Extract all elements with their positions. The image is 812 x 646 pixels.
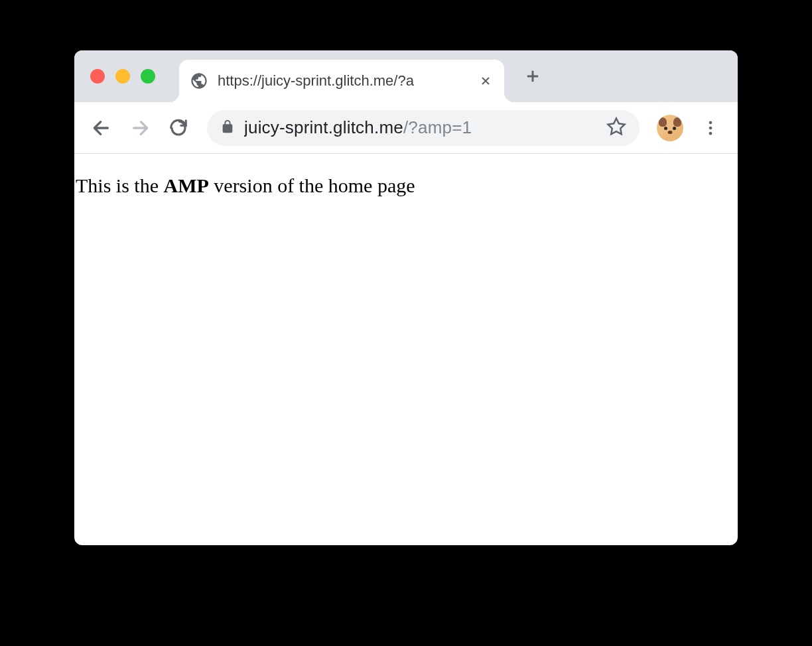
toolbar: juicy-sprint.glitch.me/?amp=1 (74, 102, 738, 154)
reload-button[interactable] (163, 113, 194, 143)
text-bold: AMP (164, 174, 209, 196)
page-content: This is the AMP version of the home page (74, 154, 738, 198)
browser-tab[interactable]: https://juicy-sprint.glitch.me/?a (179, 60, 504, 102)
bookmark-button[interactable] (606, 117, 626, 139)
close-tab-button[interactable] (478, 73, 494, 89)
url-domain: juicy-sprint.glitch.me (244, 117, 403, 137)
tab-bar: https://juicy-sprint.glitch.me/?a (74, 50, 738, 102)
address-bar[interactable]: juicy-sprint.glitch.me/?amp=1 (207, 110, 640, 146)
tab-title: https://juicy-sprint.glitch.me/?a (218, 72, 468, 90)
minimize-window-button[interactable] (115, 69, 130, 84)
globe-icon (190, 72, 208, 90)
page-text: This is the AMP version of the home page (74, 172, 738, 198)
maximize-window-button[interactable] (141, 69, 155, 84)
forward-button[interactable] (125, 113, 155, 143)
svg-point-2 (709, 131, 712, 135)
back-button[interactable] (86, 113, 117, 143)
svg-point-0 (709, 121, 712, 124)
url-text: juicy-sprint.glitch.me/?amp=1 (244, 117, 597, 138)
profile-avatar[interactable] (657, 115, 683, 141)
url-query: /?amp=1 (403, 117, 472, 137)
avatar-face (657, 115, 683, 141)
text-prefix: This is the (76, 174, 164, 196)
new-tab-button[interactable] (516, 60, 549, 93)
menu-button[interactable] (695, 113, 726, 143)
browser-window: https://juicy-sprint.glitch.me/?a (74, 50, 738, 545)
close-window-button[interactable] (90, 69, 105, 84)
lock-icon (220, 119, 235, 137)
svg-point-1 (709, 126, 712, 129)
text-suffix: version of the home page (209, 174, 415, 196)
window-controls (74, 69, 155, 84)
